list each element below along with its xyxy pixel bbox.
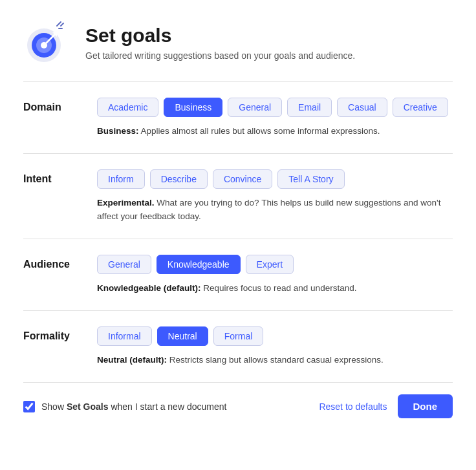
domain-section: Domain Academic Business General Email C…	[23, 82, 453, 154]
header-text: Set goals Get tailored writing suggestio…	[85, 25, 355, 61]
footer: Show Set Goals when I start a new docume…	[23, 383, 453, 423]
formality-option-neutral[interactable]: Neutral	[157, 326, 208, 346]
audience-option-expert[interactable]: Expert	[246, 255, 294, 274]
formality-option-informal[interactable]: Informal	[97, 326, 152, 346]
domain-desc-text: Applies almost all rules but allows some…	[139, 126, 380, 136]
domain-content: Academic Business General Email Casual C…	[97, 98, 453, 138]
formality-option-formal[interactable]: Formal	[213, 326, 264, 346]
intent-section: Intent Inform Describe Convince Tell A S…	[23, 154, 453, 239]
audience-description: Knowledgeable (default): Requires focus …	[97, 282, 453, 295]
formality-button-group: Informal Neutral Formal	[97, 326, 453, 346]
checkbox-label-post: when I start a new document	[109, 401, 227, 412]
audience-option-knowledgeable[interactable]: Knowledgeable	[157, 255, 241, 274]
intent-label: Intent	[23, 169, 81, 185]
formality-section: Formality Informal Neutral Formal Neutra…	[23, 311, 453, 383]
domain-button-group: Academic Business General Email Casual C…	[97, 98, 453, 117]
intent-option-describe[interactable]: Describe	[150, 169, 208, 189]
done-button[interactable]: Done	[398, 394, 453, 418]
audience-desc-bold: Knowledgeable (default):	[97, 283, 201, 293]
intent-desc-bold: Experimental.	[97, 198, 155, 208]
intent-option-tell-a-story[interactable]: Tell A Story	[277, 169, 344, 189]
intent-button-group: Inform Describe Convince Tell A Story	[97, 169, 453, 189]
domain-option-general[interactable]: General	[228, 98, 282, 117]
main-container: Set goals Get tailored writing suggestio…	[0, 0, 476, 436]
svg-line-0	[57, 22, 61, 26]
intent-option-inform[interactable]: Inform	[97, 169, 145, 189]
footer-left: Show Set Goals when I start a new docume…	[23, 401, 226, 412]
footer-checkbox-label: Show Set Goals when I start a new docume…	[41, 401, 226, 412]
formality-desc-bold: Neutral (default):	[97, 355, 167, 365]
reset-to-defaults-button[interactable]: Reset to defaults	[319, 396, 387, 417]
domain-option-email[interactable]: Email	[287, 98, 332, 117]
intent-option-convince[interactable]: Convince	[213, 169, 272, 189]
goals-icon	[23, 19, 70, 66]
checkbox-label-strong: Set Goals	[67, 401, 109, 412]
show-goals-checkbox[interactable]	[23, 401, 35, 412]
formality-desc-text: Restricts slang but allows standard casu…	[167, 355, 384, 365]
audience-desc-text: Requires focus to read and understand.	[201, 283, 357, 293]
page-subtitle: Get tailored writing suggestions based o…	[85, 50, 355, 61]
footer-right: Reset to defaults Done	[319, 394, 453, 418]
checkbox-label-pre: Show	[41, 401, 67, 412]
svg-line-1	[61, 23, 63, 26]
domain-option-casual[interactable]: Casual	[337, 98, 387, 117]
formality-content: Informal Neutral Formal Neutral (default…	[97, 326, 453, 367]
page-title: Set goals	[85, 25, 355, 47]
domain-option-creative[interactable]: Creative	[393, 98, 448, 117]
domain-option-business[interactable]: Business	[164, 98, 222, 117]
domain-description: Business: Applies almost all rules but a…	[97, 125, 453, 138]
formality-label: Formality	[23, 326, 81, 342]
intent-content: Inform Describe Convince Tell A Story Ex…	[97, 169, 453, 223]
audience-label: Audience	[23, 255, 81, 270]
audience-button-group: General Knowledgeable Expert	[97, 255, 453, 274]
header: Set goals Get tailored writing suggestio…	[23, 19, 453, 66]
audience-content: General Knowledgeable Expert Knowledgeab…	[97, 255, 453, 295]
domain-option-academic[interactable]: Academic	[97, 98, 158, 117]
domain-desc-bold: Business:	[97, 126, 139, 136]
audience-section: Audience General Knowledgeable Expert Kn…	[23, 239, 453, 311]
formality-description: Neutral (default): Restricts slang but a…	[97, 354, 453, 367]
audience-option-general[interactable]: General	[97, 255, 151, 274]
intent-description: Experimental. What are you trying to do?…	[97, 197, 453, 223]
domain-label: Domain	[23, 98, 81, 113]
